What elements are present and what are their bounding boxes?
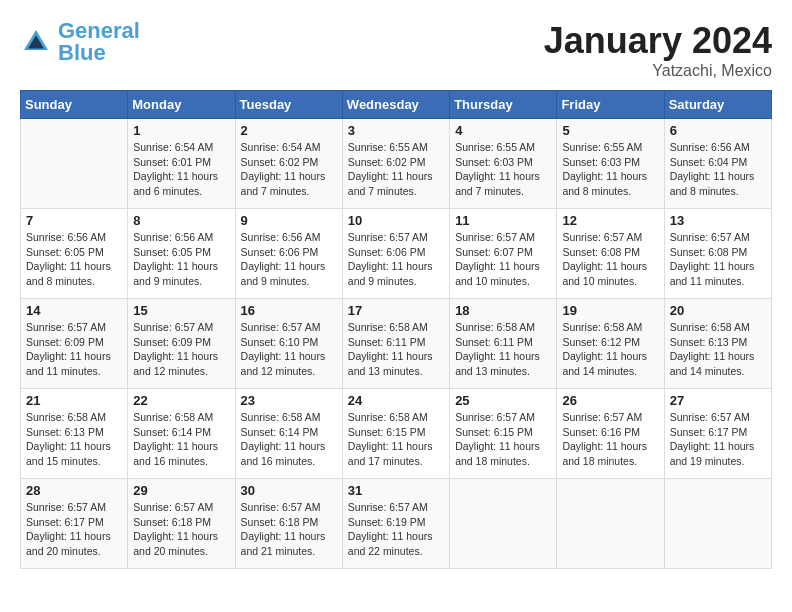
calendar-week-row: 7Sunrise: 6:56 AMSunset: 6:05 PMDaylight… bbox=[21, 209, 772, 299]
day-number: 20 bbox=[670, 303, 766, 318]
logo-blue: Blue bbox=[58, 40, 106, 65]
day-number: 5 bbox=[562, 123, 658, 138]
day-info: Sunrise: 6:54 AMSunset: 6:02 PMDaylight:… bbox=[241, 140, 337, 199]
calendar-cell: 6Sunrise: 6:56 AMSunset: 6:04 PMDaylight… bbox=[664, 119, 771, 209]
day-number: 25 bbox=[455, 393, 551, 408]
calendar-cell bbox=[21, 119, 128, 209]
day-number: 30 bbox=[241, 483, 337, 498]
calendar-cell: 22Sunrise: 6:58 AMSunset: 6:14 PMDayligh… bbox=[128, 389, 235, 479]
day-info: Sunrise: 6:58 AMSunset: 6:11 PMDaylight:… bbox=[348, 320, 444, 379]
calendar-cell: 7Sunrise: 6:56 AMSunset: 6:05 PMDaylight… bbox=[21, 209, 128, 299]
day-number: 11 bbox=[455, 213, 551, 228]
calendar-cell bbox=[557, 479, 664, 569]
calendar-cell bbox=[664, 479, 771, 569]
day-number: 16 bbox=[241, 303, 337, 318]
calendar-cell: 26Sunrise: 6:57 AMSunset: 6:16 PMDayligh… bbox=[557, 389, 664, 479]
title-block: January 2024 Yatzachi, Mexico bbox=[544, 20, 772, 80]
column-header-saturday: Saturday bbox=[664, 91, 771, 119]
day-info: Sunrise: 6:57 AMSunset: 6:19 PMDaylight:… bbox=[348, 500, 444, 559]
day-number: 23 bbox=[241, 393, 337, 408]
logo-icon bbox=[20, 26, 52, 58]
day-info: Sunrise: 6:57 AMSunset: 6:08 PMDaylight:… bbox=[670, 230, 766, 289]
calendar-cell: 5Sunrise: 6:55 AMSunset: 6:03 PMDaylight… bbox=[557, 119, 664, 209]
day-info: Sunrise: 6:54 AMSunset: 6:01 PMDaylight:… bbox=[133, 140, 229, 199]
day-info: Sunrise: 6:57 AMSunset: 6:17 PMDaylight:… bbox=[26, 500, 122, 559]
logo-text: General Blue bbox=[58, 20, 140, 64]
day-number: 28 bbox=[26, 483, 122, 498]
day-info: Sunrise: 6:58 AMSunset: 6:11 PMDaylight:… bbox=[455, 320, 551, 379]
day-info: Sunrise: 6:56 AMSunset: 6:04 PMDaylight:… bbox=[670, 140, 766, 199]
day-number: 8 bbox=[133, 213, 229, 228]
month-title: January 2024 bbox=[544, 20, 772, 62]
column-header-tuesday: Tuesday bbox=[235, 91, 342, 119]
day-number: 27 bbox=[670, 393, 766, 408]
calendar-week-row: 1Sunrise: 6:54 AMSunset: 6:01 PMDaylight… bbox=[21, 119, 772, 209]
calendar-cell: 27Sunrise: 6:57 AMSunset: 6:17 PMDayligh… bbox=[664, 389, 771, 479]
day-info: Sunrise: 6:57 AMSunset: 6:09 PMDaylight:… bbox=[133, 320, 229, 379]
logo: General Blue bbox=[20, 20, 140, 64]
day-info: Sunrise: 6:57 AMSunset: 6:18 PMDaylight:… bbox=[133, 500, 229, 559]
calendar-cell bbox=[450, 479, 557, 569]
day-info: Sunrise: 6:57 AMSunset: 6:08 PMDaylight:… bbox=[562, 230, 658, 289]
location-title: Yatzachi, Mexico bbox=[544, 62, 772, 80]
day-number: 29 bbox=[133, 483, 229, 498]
day-info: Sunrise: 6:55 AMSunset: 6:02 PMDaylight:… bbox=[348, 140, 444, 199]
calendar-cell: 31Sunrise: 6:57 AMSunset: 6:19 PMDayligh… bbox=[342, 479, 449, 569]
day-info: Sunrise: 6:57 AMSunset: 6:17 PMDaylight:… bbox=[670, 410, 766, 469]
day-info: Sunrise: 6:57 AMSunset: 6:09 PMDaylight:… bbox=[26, 320, 122, 379]
calendar-cell: 20Sunrise: 6:58 AMSunset: 6:13 PMDayligh… bbox=[664, 299, 771, 389]
calendar-cell: 29Sunrise: 6:57 AMSunset: 6:18 PMDayligh… bbox=[128, 479, 235, 569]
calendar-cell: 12Sunrise: 6:57 AMSunset: 6:08 PMDayligh… bbox=[557, 209, 664, 299]
calendar-cell: 23Sunrise: 6:58 AMSunset: 6:14 PMDayligh… bbox=[235, 389, 342, 479]
calendar-cell: 13Sunrise: 6:57 AMSunset: 6:08 PMDayligh… bbox=[664, 209, 771, 299]
calendar-cell: 8Sunrise: 6:56 AMSunset: 6:05 PMDaylight… bbox=[128, 209, 235, 299]
calendar-cell: 2Sunrise: 6:54 AMSunset: 6:02 PMDaylight… bbox=[235, 119, 342, 209]
page-header: General Blue January 2024 Yatzachi, Mexi… bbox=[20, 20, 772, 80]
day-info: Sunrise: 6:57 AMSunset: 6:06 PMDaylight:… bbox=[348, 230, 444, 289]
day-number: 13 bbox=[670, 213, 766, 228]
calendar-week-row: 28Sunrise: 6:57 AMSunset: 6:17 PMDayligh… bbox=[21, 479, 772, 569]
calendar-cell: 10Sunrise: 6:57 AMSunset: 6:06 PMDayligh… bbox=[342, 209, 449, 299]
day-number: 6 bbox=[670, 123, 766, 138]
calendar-cell: 14Sunrise: 6:57 AMSunset: 6:09 PMDayligh… bbox=[21, 299, 128, 389]
calendar-cell: 16Sunrise: 6:57 AMSunset: 6:10 PMDayligh… bbox=[235, 299, 342, 389]
column-header-thursday: Thursday bbox=[450, 91, 557, 119]
calendar-cell: 4Sunrise: 6:55 AMSunset: 6:03 PMDaylight… bbox=[450, 119, 557, 209]
calendar-header-row: SundayMondayTuesdayWednesdayThursdayFrid… bbox=[21, 91, 772, 119]
calendar-cell: 3Sunrise: 6:55 AMSunset: 6:02 PMDaylight… bbox=[342, 119, 449, 209]
calendar-cell: 25Sunrise: 6:57 AMSunset: 6:15 PMDayligh… bbox=[450, 389, 557, 479]
day-number: 31 bbox=[348, 483, 444, 498]
calendar-cell: 28Sunrise: 6:57 AMSunset: 6:17 PMDayligh… bbox=[21, 479, 128, 569]
day-number: 14 bbox=[26, 303, 122, 318]
calendar-cell: 9Sunrise: 6:56 AMSunset: 6:06 PMDaylight… bbox=[235, 209, 342, 299]
column-header-wednesday: Wednesday bbox=[342, 91, 449, 119]
day-number: 19 bbox=[562, 303, 658, 318]
column-header-sunday: Sunday bbox=[21, 91, 128, 119]
day-info: Sunrise: 6:56 AMSunset: 6:05 PMDaylight:… bbox=[26, 230, 122, 289]
calendar-cell: 21Sunrise: 6:58 AMSunset: 6:13 PMDayligh… bbox=[21, 389, 128, 479]
calendar-week-row: 21Sunrise: 6:58 AMSunset: 6:13 PMDayligh… bbox=[21, 389, 772, 479]
calendar-week-row: 14Sunrise: 6:57 AMSunset: 6:09 PMDayligh… bbox=[21, 299, 772, 389]
day-info: Sunrise: 6:56 AMSunset: 6:05 PMDaylight:… bbox=[133, 230, 229, 289]
day-number: 12 bbox=[562, 213, 658, 228]
day-number: 21 bbox=[26, 393, 122, 408]
calendar-cell: 11Sunrise: 6:57 AMSunset: 6:07 PMDayligh… bbox=[450, 209, 557, 299]
day-number: 3 bbox=[348, 123, 444, 138]
day-info: Sunrise: 6:57 AMSunset: 6:15 PMDaylight:… bbox=[455, 410, 551, 469]
calendar-table: SundayMondayTuesdayWednesdayThursdayFrid… bbox=[20, 90, 772, 569]
day-number: 7 bbox=[26, 213, 122, 228]
calendar-cell: 15Sunrise: 6:57 AMSunset: 6:09 PMDayligh… bbox=[128, 299, 235, 389]
calendar-cell: 24Sunrise: 6:58 AMSunset: 6:15 PMDayligh… bbox=[342, 389, 449, 479]
column-header-friday: Friday bbox=[557, 91, 664, 119]
day-info: Sunrise: 6:57 AMSunset: 6:10 PMDaylight:… bbox=[241, 320, 337, 379]
calendar-cell: 18Sunrise: 6:58 AMSunset: 6:11 PMDayligh… bbox=[450, 299, 557, 389]
day-number: 10 bbox=[348, 213, 444, 228]
day-info: Sunrise: 6:56 AMSunset: 6:06 PMDaylight:… bbox=[241, 230, 337, 289]
day-info: Sunrise: 6:58 AMSunset: 6:14 PMDaylight:… bbox=[241, 410, 337, 469]
column-header-monday: Monday bbox=[128, 91, 235, 119]
day-number: 15 bbox=[133, 303, 229, 318]
day-info: Sunrise: 6:58 AMSunset: 6:14 PMDaylight:… bbox=[133, 410, 229, 469]
calendar-cell: 30Sunrise: 6:57 AMSunset: 6:18 PMDayligh… bbox=[235, 479, 342, 569]
day-number: 1 bbox=[133, 123, 229, 138]
day-number: 9 bbox=[241, 213, 337, 228]
